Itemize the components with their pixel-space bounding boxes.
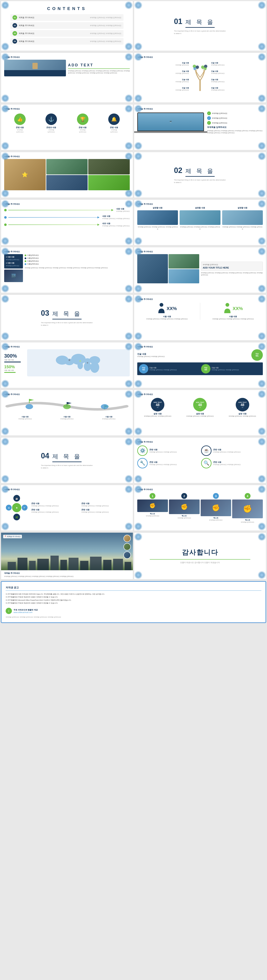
s9-title: 제목을 추가하세요 — [4, 203, 130, 205]
slide-title-03: 03 제 목 을 The important thing in life is … — [1, 294, 133, 340]
svg-point-8 — [226, 303, 229, 307]
gear-item-1: ⚙️ 콘텐 내용 부제목을 입력하세요 부제목을 입력하세요 — [137, 445, 199, 456]
svg-rect-41 — [29, 561, 36, 570]
slide-map-stats: 제목을 추가하세요 300% 내용 내용 내용 150% 내용 내용 내용 — [1, 342, 133, 388]
svg-text:☕: ☕ — [16, 497, 18, 500]
title01-korean: 제 목 을 — [186, 18, 215, 28]
slide-title-04: 04 제 목 을 The important thing in life is … — [1, 438, 133, 483]
s16-title: 제목을 추가하세요 — [137, 345, 263, 348]
slide-3cols: 제목을 추가하세요 설명할 내용 부제목을 입력하세요 부제목을 입력하세요 부… — [134, 199, 266, 245]
title02-korean: 제 목 을 — [186, 167, 215, 177]
title01-sub: The important thing in life is to have a… — [174, 30, 226, 35]
svg-marker-21 — [29, 399, 34, 401]
s21-title: 제목을 추가하세요 — [4, 488, 130, 491]
s3-title: 제목을 추가하세요 — [4, 56, 130, 59]
add-text-circle-3: ADD TEXT 48 48 설명 내용 부제목을 입력하세요 부제목을 입력하… — [222, 398, 263, 417]
slide-add-text: 제목을 추가하세요 ADD TEXT 부제목을 입력하세요 부제목을 입력하세요… — [1, 52, 133, 103]
s19-title: 제목을 추가하세요 — [137, 393, 263, 396]
slide-steps: 제목을 추가하세요 진술 내용 부제목을 입력하세요 부제목을 입력하세요 St… — [134, 342, 266, 388]
icon-item-3: 🏆 콘텐 내용 부제목을 입력하세요 — [67, 113, 99, 133]
timeline-item-1: 내용 내용 부제목을 입력하세요 — [4, 208, 130, 212]
s15-title: 제목을 추가하세요 — [4, 345, 130, 348]
s11-body: 부제목을 입력하세요 부제목을 입력하세요 부제목을 입력하세요 부제목을 입력… — [25, 267, 130, 269]
svg-point-6 — [204, 67, 207, 70]
s3-body: 부제목을 입력하세요 부제목을 입력하세요 부제목을 입력하세요 부제목을 입력… — [68, 70, 130, 74]
svg-rect-49 — [113, 559, 123, 570]
c4-sub: 부제목을 입력하세요 부제목을 입력하세요 — [90, 40, 121, 43]
s5-title: 제목을 추가하세요 — [4, 108, 130, 110]
credit-label: 무료 파워포인트 템플릿 제공 — [14, 609, 38, 611]
c1-title: 제목을 추가하세요 — [19, 16, 34, 19]
slide-title-02: 02 제 목 을 The important thing in life is … — [134, 152, 266, 198]
col-1: 설명할 내용 부제목을 입력하세요 부제목을 입력하세요 부제목을 입력하세요 — [137, 207, 178, 230]
c1-sub: 부제목을 입력하세요 부제목을 입력하세요 — [90, 16, 121, 19]
svg-rect-0 — [199, 81, 201, 91]
slide-gear-icons: 제목을 추가하세요 ⚙️ 콘텐 내용 부제목을 입력하세요 부제목을 입력하세요… — [134, 438, 266, 483]
svg-text:★: ★ — [16, 506, 18, 509]
svg-point-5 — [193, 67, 196, 70]
s20-title: 제목을 추가하세요 — [137, 441, 263, 443]
fist-col-1: 1 ✊ 텍스트 부제목을 입력하세요 — [137, 493, 168, 523]
slide-add-text-circles: 제목을 추가하세요 ADD TEXT 48 48 설명 내용 부제목을 입력하세… — [134, 390, 266, 436]
svg-text:⚙: ⚙ — [8, 507, 10, 509]
svg-point-16 — [90, 362, 99, 373]
c4-num: 04 — [14, 40, 16, 42]
s6-title: 제목을 추가하세요 — [137, 108, 263, 110]
fist-col-2: 2 ✊ 텍스트 부제목을 입력하세요 — [169, 493, 200, 523]
slide-laptop: 제목을 추가하세요 🖥️ ✓ 부제목을 입력하세요 ✓ — [134, 104, 266, 150]
icon-item-4: 🔔 콘텐 내용 부제목을 입력하세요 — [99, 113, 130, 133]
icon-item-2: ⚓ 콘텐츠 내용 부제목을 입력하세요 — [36, 113, 67, 133]
gear-item-4: 🔍 콘텐 내용 부제목을 입력하세요 부제목을 입력하세요 — [201, 458, 263, 468]
c2-title: 제목을 추가하세요 — [19, 24, 34, 27]
svg-marker-23 — [67, 402, 72, 404]
title03-sub: The important thing in life is to have a… — [41, 321, 93, 326]
stat-2: XX% 서울 내용 부제목을 입력하세요 부제목을 입력하세요 부제목을 입력하… — [203, 303, 263, 320]
s23-body: 부제목을 입력하세요 부제목을 입력하세요 부제목을 입력하세요 부제목을 입력… — [4, 576, 130, 578]
svg-point-19 — [87, 362, 88, 364]
s23-title: 제목을 추가하세요 — [4, 572, 130, 574]
slide-city-photo: 📍 제목을 추가하세요 제목을 추가하세요 부제목을 입력하세요 부제목을 입력… — [1, 533, 133, 579]
slide-thanks: 감사합니다 도움이 되셨나요 감사합니다 도움이 되셨습니다 — [134, 533, 266, 579]
fist-col-3: 3 ✊ 텍스트 부제목을 입력하세요 — [201, 493, 231, 523]
svg-rect-40 — [17, 558, 27, 570]
gear-item-3: 🔧 콘텐 내용 부제목을 입력하세요 부제목을 입력하세요 — [137, 458, 199, 468]
c2-num: 02 — [14, 24, 16, 27]
svg-rect-45 — [68, 558, 78, 570]
icon-item-1: 👍 콘텐 내용 부제목을 입력하세요 — [4, 113, 36, 133]
s10-title: 제목을 추가하세요 — [137, 203, 263, 205]
timeline-item-3: 새로 내용 부제목을 입력하세요 부제목을 입력하세요 — [4, 222, 130, 227]
stat-1: XX% 서울 내용 부제목을 입력하세요 부제목을 입력하세요 부제목을 입력하… — [137, 303, 197, 320]
s6-right-title: 부제목을 입력하세요 — [207, 126, 263, 129]
svg-rect-46 — [80, 561, 89, 570]
s22-title: 제목을 추가하세요 — [137, 488, 263, 491]
c1-num: 01 — [14, 16, 16, 19]
s12-title: 제목을 추가하세요 — [137, 250, 263, 253]
contents-item-1: 01 제목을 추가하세요 부제목을 입력하세요 부제목을 입력하세요 — [10, 14, 124, 21]
timeline-item-2: 내용 내용 부제목을 입력하세요 부제목을 입력하세요 — [4, 215, 130, 220]
slide-gear-diagram: 제목을 추가하세요 ★ ☕ 🌿 ⚙ 🔍 — [1, 485, 133, 531]
title03-num: 03 — [41, 309, 49, 318]
c3-num: 03 — [14, 32, 16, 34]
s17-title: 제목을 추가하세요 — [4, 393, 130, 396]
svg-point-26 — [25, 404, 33, 409]
copyright-extra: 부제목을 입력하세요 부제목을 입력하세요 부제목을 입력하세요 부제목을 입력… — [6, 616, 261, 618]
slide-timeline: 제목을 추가하세요 내용 내용 부제목을 입력하세요 — [1, 199, 133, 245]
svg-rect-48 — [103, 560, 111, 570]
slide-tree: 제목을 추가하세요 진술 내용 부제목을 입력하세요 진술 내용 부제목을 입력… — [134, 52, 266, 103]
c3-sub: 부제목을 입력하세요 부제목을 입력하세요 — [90, 32, 121, 35]
s14-title: 제목을 추가하세요 — [137, 298, 263, 301]
slide-contents: CONTENTS 01 제목을 추가하세요 부제목을 입력하세요 부제목을 입력… — [1, 1, 133, 51]
title04-sub: The important thing in life is to have a… — [41, 464, 93, 469]
add-text-circle-2: ADD TEXT 48 48 설명 내용 부제목을 입력하세요 부제목을 입력하… — [180, 398, 220, 417]
credit-url: www.slidecarnival.com — [14, 611, 38, 613]
svg-text:🌿: 🌿 — [16, 516, 18, 519]
svg-point-14 — [78, 362, 83, 369]
slide-copyright: 저작권 공고 이 PPT템플릿에 대한 저작권은 제작자에 있습니다. 무단복제… — [1, 581, 266, 623]
s6-right-text: 부제목을 입력하세요 부제목을 입력하세요 부제목을 입력하세요 부제목을 입력… — [207, 130, 263, 134]
s11-title: 제목을 추가하세요 — [4, 250, 130, 253]
svg-rect-39 — [8, 562, 16, 570]
svg-text:🔍: 🔍 — [23, 507, 26, 509]
slide-collage: 제목을 추가하세요 ⭐ — [1, 152, 133, 198]
contents-item-3: 03 제목을 추가하세요 부제목을 입력하세요 부제목을 입력하세요 — [10, 30, 124, 37]
col-2: 설명할 내용 부제목을 입력하세요 부제목을 입력하세요 부제목을 입력하세요 — [180, 207, 220, 230]
